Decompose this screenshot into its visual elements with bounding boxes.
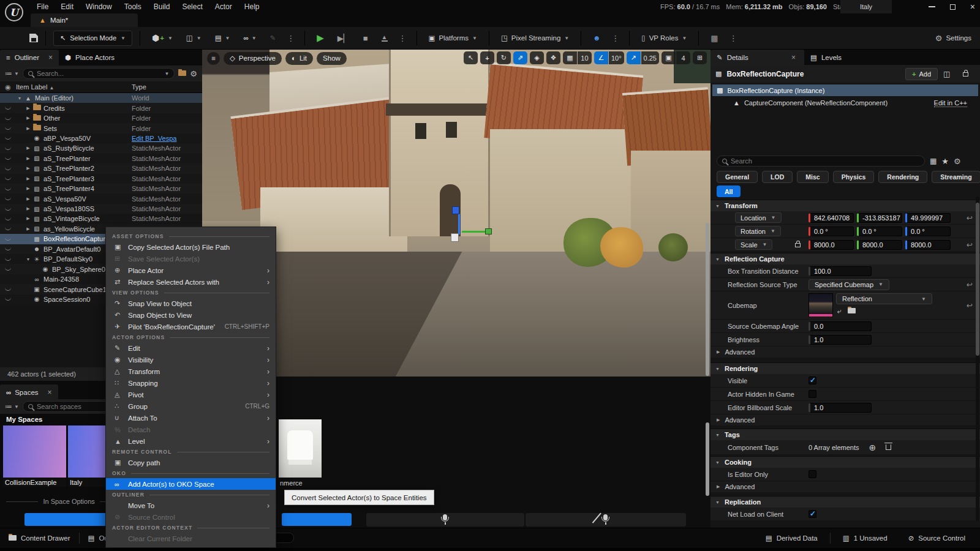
- eye-closed-icon[interactable]: [0, 167, 16, 170]
- menu-item-attach-to[interactable]: ∪Attach To›: [106, 412, 276, 424]
- new-folder-button[interactable]: [178, 70, 186, 77]
- rotate-tool-button[interactable]: ↻: [497, 51, 511, 64]
- play-button[interactable]: ▶: [312, 30, 328, 46]
- source-control-button[interactable]: ⊘ Source Control: [900, 528, 974, 548]
- select-tool-button[interactable]: ↖: [464, 51, 478, 64]
- eye-closed-icon[interactable]: [0, 288, 16, 291]
- rotation-y-field[interactable]: 0.0 °: [857, 227, 902, 236]
- eye-closed-icon[interactable]: [0, 227, 16, 230]
- eye-closed-icon[interactable]: [0, 238, 16, 241]
- rotation-x-field[interactable]: 0.0 °: [809, 227, 854, 236]
- camera-speed-value[interactable]: 4: [676, 51, 690, 64]
- spaces-filter-button[interactable]: ≔▼: [5, 402, 19, 411]
- surface-snapping-button[interactable]: ❖: [546, 51, 560, 64]
- platforms-dropdown[interactable]: ▣Platforms▼: [424, 31, 481, 45]
- outliner-settings-button[interactable]: ⚙: [190, 69, 197, 78]
- level-viewport[interactable]: ≡ ◇Perspective ◐Lit Show ↖ + ↻ ⇗ ◈ ❖ ▦ 1…: [202, 50, 710, 377]
- filter-physics[interactable]: Physics: [833, 171, 875, 183]
- expander-icon[interactable]: ▶: [24, 176, 32, 181]
- avatars-options-dots[interactable]: ⋮: [609, 34, 622, 43]
- eye-closed-icon[interactable]: [0, 258, 16, 261]
- reset-location-button[interactable]: ↩: [967, 214, 973, 222]
- menu-item-edit[interactable]: ✎Edit›: [106, 342, 276, 354]
- menu-help[interactable]: Help: [238, 1, 266, 13]
- outliner-row-as-vespa180ss[interactable]: ▶▧aS_Vespa180SSStaticMeshActor: [0, 204, 202, 214]
- eye-closed-icon[interactable]: [0, 177, 16, 180]
- save-all-button[interactable]: [29, 34, 38, 42]
- pixel-streaming-dropdown[interactable]: ◳Pixel Streaming▼: [497, 31, 573, 45]
- project-name-tab[interactable]: Italy: [840, 0, 892, 13]
- menu-select[interactable]: Select: [176, 1, 208, 13]
- expander-icon[interactable]: ▼: [16, 96, 23, 100]
- edit-blueprint-link[interactable]: Edit BP_Vespa: [132, 135, 176, 142]
- gizmo-z-handle[interactable]: [452, 206, 459, 214]
- rotation-dropdown[interactable]: Rotation▼: [735, 226, 781, 236]
- clear-array-icon[interactable]: [886, 444, 891, 451]
- item-label-column[interactable]: Item Label ▲: [16, 83, 54, 91]
- viewport-scrollbar[interactable]: [706, 223, 709, 376]
- expander-icon[interactable]: ▶: [24, 156, 32, 161]
- menu-item-copy-selected-actor-s-file-path[interactable]: ▣Copy Selected Actor(s) File Path: [106, 241, 276, 253]
- expander-icon[interactable]: ▶: [24, 106, 32, 111]
- visible-checkbox[interactable]: [809, 377, 816, 384]
- menu-build[interactable]: Build: [148, 1, 176, 13]
- expander-icon[interactable]: ▶: [24, 166, 32, 171]
- lit-dropdown[interactable]: ◐Lit: [285, 52, 313, 65]
- unreal-logo-icon[interactable]: U: [5, 3, 23, 21]
- menu-item-copy-path[interactable]: ▣Copy path: [106, 457, 276, 468]
- menu-file[interactable]: File: [31, 1, 55, 13]
- source-angle-field[interactable]: 0.0: [809, 321, 872, 331]
- outliner-row-as-vespa50v[interactable]: ▶▧aS_Vespa50VStaticMeshActor: [0, 193, 202, 203]
- menu-item-place-actor[interactable]: ⊕Place Actor›: [106, 264, 276, 276]
- scale-x-field[interactable]: 8000.0: [809, 240, 854, 250]
- reflection-source-dropdown[interactable]: Specified Cubemap▼: [809, 279, 889, 290]
- grid-snap-value[interactable]: 10: [578, 51, 592, 64]
- eye-closed-icon[interactable]: [0, 208, 16, 211]
- scale-snap-value[interactable]: 0.25: [641, 51, 659, 64]
- outliner-row-as-treeplanter2[interactable]: ▶▧aS_TreePlanter2StaticMeshActor: [0, 163, 202, 173]
- add-component-button[interactable]: +Add: [905, 68, 938, 80]
- filter-rendering[interactable]: Rendering: [878, 171, 927, 183]
- menu-item-add-actor-s-to-oko-space[interactable]: ∞Add Actor(s) to OKO Space: [106, 478, 276, 490]
- section-tags[interactable]: ▼Tags: [710, 429, 980, 440]
- expander-icon[interactable]: ▶: [24, 197, 32, 201]
- display-settings-icon[interactable]: ▦: [930, 157, 937, 165]
- menu-item-snap-view-to-object[interactable]: ↷Snap View to Object: [106, 298, 276, 309]
- details-settings-icon[interactable]: ⚙: [954, 157, 961, 166]
- location-z-field[interactable]: 49.999997: [905, 213, 951, 223]
- eye-closed-icon[interactable]: [0, 127, 16, 130]
- rendering-advanced-row[interactable]: ▶Advanced: [710, 414, 980, 426]
- menu-item-move-to[interactable]: Move To›: [106, 500, 276, 511]
- menu-item-group[interactable]: ∴GroupCTRL+G: [106, 400, 276, 412]
- outliner-search-input[interactable]: Search... ▼: [23, 68, 175, 79]
- outliner-row-sets[interactable]: ▶SetsFolder: [0, 123, 202, 133]
- camera-options-dots[interactable]: ⋮: [728, 34, 740, 43]
- menu-item-replace-selected-actors-with[interactable]: ⇄Replace Selected Actors with›: [106, 276, 276, 288]
- scale-y-field[interactable]: 8000.0: [857, 240, 902, 250]
- tab-main-level[interactable]: ▲ Main*: [31, 13, 138, 27]
- tab-levels[interactable]: ▤ Levels: [804, 50, 848, 66]
- toolbar-overflow-dots[interactable]: ⋮: [285, 34, 297, 43]
- stop-button[interactable]: ■: [359, 31, 372, 45]
- content-drawer-button[interactable]: Content Drawer: [0, 528, 79, 548]
- outliner-row-main-editor-[interactable]: ▼▲Main (Editor)World: [0, 93, 202, 103]
- rotation-snap-toggle[interactable]: ∠: [594, 51, 608, 64]
- mic-muted-button[interactable]: [526, 513, 686, 527]
- selection-mode-dropdown[interactable]: ↖ Selection Mode ▼: [53, 31, 132, 46]
- brightness-field[interactable]: 1.0: [809, 335, 872, 345]
- section-replication[interactable]: ▼Replication: [710, 496, 980, 508]
- reset-source-type-button[interactable]: ↩: [967, 280, 973, 289]
- rotation-snap-value[interactable]: 10°: [609, 51, 624, 64]
- scale-snap-toggle[interactable]: ↗: [627, 51, 641, 64]
- section-transform[interactable]: ▼Transform: [710, 200, 980, 211]
- close-icon[interactable]: ×: [48, 388, 52, 397]
- window-maximize-button[interactable]: [950, 4, 956, 10]
- section-rendering[interactable]: ▼Rendering: [710, 362, 980, 374]
- show-dropdown[interactable]: Show: [317, 52, 347, 65]
- expander-icon[interactable]: ▶: [24, 227, 32, 231]
- menu-item-visibility[interactable]: ◉Visibility›: [106, 354, 276, 365]
- eye-closed-icon[interactable]: [0, 268, 16, 271]
- outliner-row-as-treeplanter[interactable]: ▶▧aS_TreePlanterStaticMeshActor: [0, 154, 202, 163]
- reflection-advanced-row[interactable]: ▶Advanced: [710, 347, 980, 358]
- tab-outliner[interactable]: ≡ Outliner ×: [0, 50, 59, 66]
